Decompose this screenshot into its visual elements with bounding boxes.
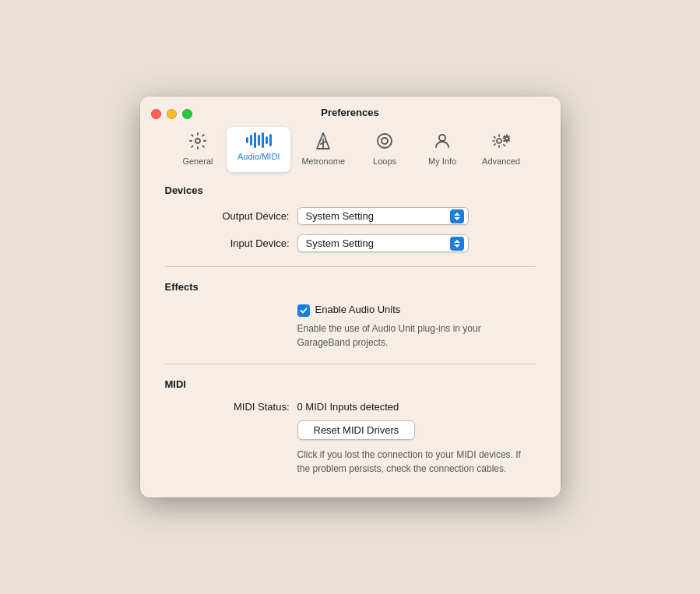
advanced-gear-icon [491, 132, 512, 153]
enable-audio-units-checkbox[interactable] [297, 304, 310, 317]
svg-point-8 [505, 137, 508, 140]
svg-point-7 [497, 139, 501, 143]
tab-loops[interactable]: Loops [356, 127, 413, 172]
midi-section-title: MIDI [165, 378, 536, 390]
tab-general[interactable]: General [169, 127, 227, 172]
maximize-button[interactable] [182, 109, 192, 119]
tab-my-info-label: My Info [428, 156, 456, 166]
close-button[interactable] [151, 109, 161, 119]
tab-advanced[interactable]: Advanced [471, 127, 531, 172]
tab-audio-midi[interactable]: Audio/MIDI [227, 127, 290, 172]
loops-icon [375, 132, 394, 153]
gear-icon [188, 132, 207, 153]
svg-point-4 [378, 134, 392, 148]
midi-status-row: MIDI Status: 0 MIDI Inputs detected [165, 401, 536, 413]
midi-status-label: MIDI Status: [165, 401, 290, 413]
tab-loops-label: Loops [373, 156, 396, 166]
input-device-label: Input Device: [165, 237, 290, 249]
midi-description: Click if you lost the connection to your… [297, 448, 536, 476]
tab-metronome-label: Metronome [301, 156, 345, 166]
preferences-window: Preferences General [140, 97, 561, 497]
divider-1 [165, 266, 536, 267]
effects-section-title: Effects [165, 281, 536, 293]
reset-midi-drivers-button[interactable]: Reset MIDI Drivers [297, 420, 416, 440]
svg-point-6 [439, 135, 445, 141]
titlebar: Preferences General [140, 97, 561, 172]
output-device-select[interactable]: System Setting [297, 207, 469, 225]
tab-audio-midi-label: Audio/MIDI [237, 152, 280, 161]
enable-audio-units-description: Enable the use of Audio Unit plug-ins in… [297, 322, 536, 350]
devices-section-title: Devices [165, 185, 536, 196]
traffic-lights [151, 109, 192, 119]
input-device-row: Input Device: System Setting [165, 234, 536, 252]
content-area: Devices Output Device: System Setting In… [140, 172, 561, 497]
tab-advanced-label: Advanced [482, 156, 520, 166]
tab-bar: General Audio/MIDI [153, 127, 548, 172]
waveform-icon [246, 132, 272, 149]
minimize-button[interactable] [167, 109, 177, 119]
output-device-label: Output Device: [165, 210, 290, 222]
enable-audio-units-row: Enable Audio Units [297, 304, 536, 317]
metronome-icon [314, 132, 332, 153]
divider-2 [165, 364, 536, 364]
input-device-select[interactable]: System Setting [297, 234, 469, 252]
tab-my-info[interactable]: My Info [413, 127, 471, 172]
svg-point-5 [382, 138, 388, 144]
window-title: Preferences [153, 107, 548, 118]
svg-point-0 [195, 139, 200, 143]
input-device-select-wrapper: System Setting [297, 234, 469, 252]
output-device-select-wrapper: System Setting [297, 207, 469, 225]
midi-status-value: 0 MIDI Inputs detected [297, 401, 399, 413]
enable-audio-units-label: Enable Audio Units [315, 304, 401, 315]
person-icon [433, 132, 452, 153]
tab-general-label: General [182, 156, 213, 166]
output-device-row: Output Device: System Setting [165, 207, 536, 225]
tab-metronome[interactable]: Metronome [290, 127, 356, 172]
